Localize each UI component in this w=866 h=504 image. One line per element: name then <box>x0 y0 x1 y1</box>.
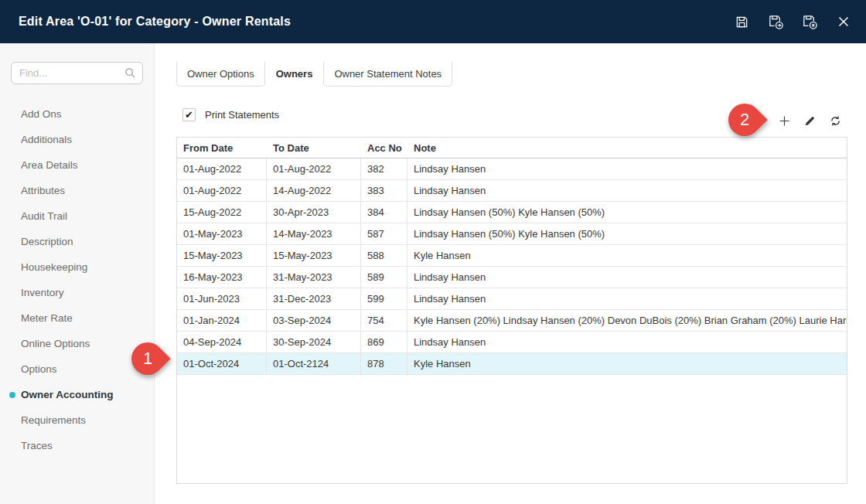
table-row[interactable]: 01-May-202314-May-2023587Lindsay Hansen … <box>177 223 847 245</box>
column-header-to-date[interactable]: To Date <box>267 142 361 154</box>
table-cell: 31-May-2023 <box>267 267 361 288</box>
active-indicator-dot <box>9 392 15 398</box>
table-row-selected[interactable]: 01-Oct-202401-Oct-2124878Kyle Hansen <box>177 353 847 375</box>
table-row[interactable]: 01-Aug-202214-Aug-2022383Lindsay Hansen <box>177 180 847 202</box>
tabs: Owner OptionsOwnersOwner Statement Notes <box>176 62 452 87</box>
table-cell: Lindsay Hansen <box>407 332 847 352</box>
callout-2-label: 2 <box>740 111 749 128</box>
table-cell: Lindsay Hansen <box>407 288 847 309</box>
table-cell: 15-May-2023 <box>267 245 361 266</box>
column-header-from-date[interactable]: From Date <box>177 142 267 154</box>
table-body: 01-Aug-202201-Aug-2022382Lindsay Hansen0… <box>177 158 847 375</box>
table-row[interactable]: 15-Aug-202230-Apr-2023384Lindsay Hansen … <box>177 202 847 223</box>
sidebar-item-traces[interactable]: Traces <box>0 433 154 458</box>
titlebar: Edit Area 'O-01' for Category - Owner Re… <box>0 0 866 43</box>
table-cell: 01-Oct-2024 <box>177 353 267 374</box>
sidebar-search <box>11 62 143 84</box>
table-cell: 30-Sep-2024 <box>267 332 361 352</box>
table-cell: 589 <box>361 267 407 288</box>
table-cell: Kyle Hansen <box>407 353 847 374</box>
print-statements-label: Print Statements <box>205 109 279 121</box>
sidebar-item-label: Housekeeping <box>21 261 87 273</box>
table-cell: Lindsay Hansen <box>407 267 847 288</box>
table-row[interactable]: 01-Jan-202403-Sep-2024754Kyle Hansen (20… <box>177 310 847 332</box>
sidebar-item-area-details[interactable]: Area Details <box>0 152 154 178</box>
table-cell: 869 <box>361 332 407 352</box>
sidebar-item-requirements[interactable]: Requirements <box>0 407 154 433</box>
search-input[interactable] <box>11 62 143 84</box>
table-cell: 01-Aug-2022 <box>177 180 267 201</box>
sidebar-item-label: Owner Accounting <box>21 389 114 400</box>
column-header-note[interactable]: Note <box>407 142 847 154</box>
table-toolbar <box>778 114 841 127</box>
save-icon[interactable] <box>733 13 750 30</box>
table-header: From DateTo DateAcc NoNote <box>177 138 847 158</box>
sidebar-item-label: Area Details <box>21 159 78 171</box>
sidebar-item-attributes[interactable]: Attributes <box>0 178 154 203</box>
table-row[interactable]: 01-Aug-202201-Aug-2022382Lindsay Hansen <box>177 158 847 180</box>
sidebar-item-label: Inventory <box>21 287 64 298</box>
table-cell: 01-May-2023 <box>177 223 267 244</box>
table-cell: 01-Aug-2022 <box>177 158 267 179</box>
table-cell: 878 <box>361 353 407 374</box>
table-cell: Lindsay Hansen <box>407 180 847 201</box>
close-icon[interactable] <box>835 13 852 30</box>
sidebar-item-label: Options <box>21 363 57 375</box>
table-cell: 383 <box>361 180 407 201</box>
callout-badge-1: 1 <box>131 342 164 375</box>
table-cell: 384 <box>361 202 407 223</box>
sidebar-item-meter-rate[interactable]: Meter Rate <box>0 305 154 331</box>
table-cell: 599 <box>361 288 407 309</box>
column-header-acc-no[interactable]: Acc No <box>361 142 407 154</box>
table-row[interactable]: 15-May-202315-May-2023588Kyle Hansen <box>177 245 847 267</box>
table-row[interactable]: 01-Jun-202331-Dec-2023599Lindsay Hansen <box>177 288 847 310</box>
owners-table: From DateTo DateAcc NoNote 01-Aug-202201… <box>176 137 847 484</box>
table-cell: 754 <box>361 310 407 331</box>
tab-owner-statement-notes[interactable]: Owner Statement Notes <box>323 62 452 87</box>
sidebar-item-label: Additionals <box>21 134 72 145</box>
table-cell: 588 <box>361 245 407 266</box>
table-cell: 382 <box>361 158 407 179</box>
print-statements-checkbox[interactable]: ✔ <box>182 108 196 121</box>
table-cell: 01-Jun-2023 <box>177 288 267 309</box>
table-cell: 15-May-2023 <box>177 245 267 266</box>
sidebar-item-label: Description <box>21 236 73 247</box>
sidebar-item-additionals[interactable]: Additionals <box>0 127 154 152</box>
table-cell: 01-Jan-2024 <box>177 310 267 331</box>
tab-owner-options[interactable]: Owner Options <box>176 62 265 87</box>
sidebar-item-inventory[interactable]: Inventory <box>0 280 154 305</box>
table-cell: Kyle Hansen (20%) Lindsay Hansen (20%) D… <box>407 310 847 331</box>
table-cell: 14-May-2023 <box>267 223 361 244</box>
titlebar-actions <box>733 13 852 30</box>
table-cell: Lindsay Hansen (50%) Kyle Hansen (50%) <box>407 223 847 244</box>
tab-owners[interactable]: Owners <box>265 62 324 87</box>
callout-1-label: 1 <box>143 350 152 367</box>
add-icon[interactable] <box>778 114 790 127</box>
table-cell: 587 <box>361 223 407 244</box>
sidebar-item-housekeeping[interactable]: Housekeeping <box>0 254 154 280</box>
sidebar-item-description[interactable]: Description <box>0 229 154 254</box>
sidebar: Add OnsAdditionalsArea DetailsAttributes… <box>0 43 155 504</box>
refresh-icon[interactable] <box>829 114 841 127</box>
table-cell: 15-Aug-2022 <box>177 202 267 223</box>
table-cell: Kyle Hansen <box>407 245 847 266</box>
sidebar-nav: Add OnsAdditionalsArea DetailsAttributes… <box>0 94 154 458</box>
table-cell: 31-Dec-2023 <box>267 288 361 309</box>
save-and-new-icon[interactable] <box>767 13 784 30</box>
sidebar-item-add-ons[interactable]: Add Ons <box>0 101 154 127</box>
table-cell: 01-Aug-2022 <box>267 158 361 179</box>
sidebar-item-label: Audit Trail <box>21 210 67 222</box>
sidebar-item-label: Attributes <box>21 185 65 196</box>
table-row[interactable]: 04-Sep-202430-Sep-2024869Lindsay Hansen <box>177 332 847 353</box>
edit-pencil-icon[interactable] <box>803 114 816 127</box>
sidebar-item-label: Online Options <box>21 338 90 349</box>
table-cell: 30-Apr-2023 <box>267 202 361 223</box>
table-row[interactable]: 16-May-202331-May-2023589Lindsay Hansen <box>177 267 847 288</box>
sidebar-item-audit-trail[interactable]: Audit Trail <box>0 203 154 229</box>
sidebar-item-label: Traces <box>21 440 53 451</box>
search-icon <box>124 67 136 79</box>
save-and-close-icon[interactable] <box>801 13 818 30</box>
sidebar-item-owner-accounting[interactable]: Owner Accounting <box>0 382 154 407</box>
table-cell: 16-May-2023 <box>177 267 267 288</box>
sidebar-item-label: Add Ons <box>21 108 62 120</box>
